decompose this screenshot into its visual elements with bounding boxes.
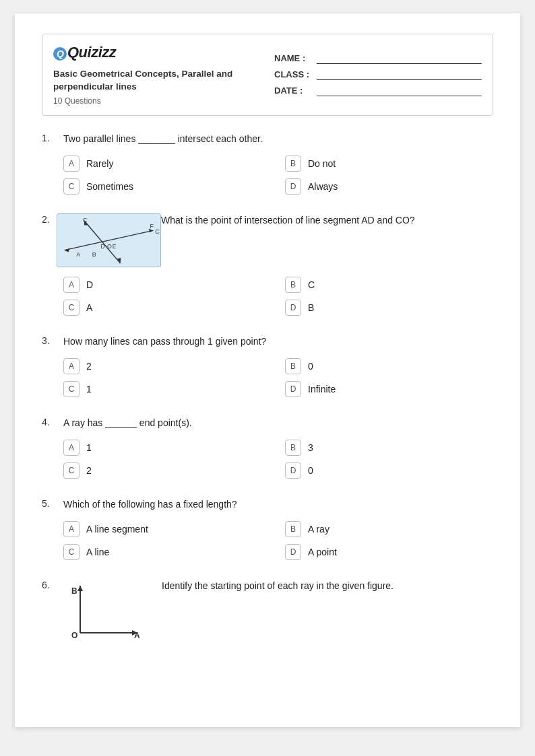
option-5d: D A point xyxy=(285,544,493,560)
option-text-2a: D xyxy=(86,279,93,290)
option-text-3b: 0 xyxy=(308,361,313,372)
q-icon: Q xyxy=(53,47,67,61)
option-text-3d: Infinite xyxy=(308,384,336,394)
quizizz-logo: QQuizizz xyxy=(53,44,261,61)
questions-count: 10 Questions xyxy=(53,96,261,106)
class-line xyxy=(317,69,482,80)
name-field-row: NAME : xyxy=(274,53,482,64)
question-3: 3. How many lines can pass through 1 giv… xyxy=(42,335,493,397)
question-1: 1. Two parallel lines _______ intersect … xyxy=(42,132,493,195)
question-2-num: 2. xyxy=(42,213,57,225)
option-4d: D 0 xyxy=(285,462,493,479)
class-label: CLASS : xyxy=(274,69,311,79)
name-label: NAME : xyxy=(274,53,311,63)
question-1-text: Two parallel lines _______ intersect eac… xyxy=(63,132,493,146)
svg-text:O: O xyxy=(71,631,77,640)
option-text-3a: 2 xyxy=(86,361,92,372)
option-3d: D Infinite xyxy=(285,381,493,397)
option-2d: D B xyxy=(285,300,493,316)
question-2-text: What is the point of intersection of lin… xyxy=(161,213,493,228)
question-5: 5. Which of the following has a fixed le… xyxy=(42,497,493,560)
question-4-num: 4. xyxy=(42,416,57,427)
header-left: QQuizizz Basic Geometrical Concepts, Par… xyxy=(53,44,274,106)
logo-q: QQuizizz xyxy=(53,44,116,61)
option-letter-1b: B xyxy=(285,156,301,172)
date-line xyxy=(317,85,482,96)
option-4c: C 2 xyxy=(63,462,272,479)
option-1d: D Always xyxy=(285,178,493,195)
option-letter-4a: A xyxy=(63,440,80,456)
question-4-options: A 1 B 3 C 2 D 0 xyxy=(63,440,493,479)
question-2-row: 2. F C A B D xyxy=(42,213,493,267)
option-letter-2a: A xyxy=(63,277,80,293)
svg-marker-16 xyxy=(77,586,83,591)
question-5-text: Which of the following has a fixed lengt… xyxy=(63,497,493,512)
option-letter-2d: D xyxy=(285,300,301,316)
option-text-3c: 1 xyxy=(86,384,92,394)
question-1-num: 1. xyxy=(42,132,57,143)
option-3b: B 0 xyxy=(285,358,493,374)
svg-text:C: C xyxy=(155,228,159,235)
option-text-4d: 0 xyxy=(308,465,313,476)
logo-wordmark: Quizizz xyxy=(67,44,116,61)
question-2-diagram: F C A B D O E C xyxy=(57,213,161,267)
question-3-options: A 2 B 0 C 1 D Infinite xyxy=(63,358,493,397)
option-letter-4d: D xyxy=(285,462,301,479)
option-4a: A 1 xyxy=(63,440,272,456)
option-letter-5d: D xyxy=(285,544,301,560)
svg-text:O: O xyxy=(107,242,112,249)
option-text-4a: 1 xyxy=(86,442,92,453)
svg-text:F: F xyxy=(150,223,153,230)
question-2: 2. F C A B D xyxy=(42,213,493,316)
option-letter-1c: C xyxy=(63,178,80,195)
option-text-2d: B xyxy=(308,302,314,313)
svg-text:B: B xyxy=(92,251,96,258)
option-letter-1a: A xyxy=(63,156,80,172)
option-letter-3b: B xyxy=(285,358,301,374)
option-letter-3c: C xyxy=(63,381,80,397)
option-5b: B A ray xyxy=(285,521,493,537)
diagram-6-svg: B O A xyxy=(57,579,151,640)
option-text-5b: A ray xyxy=(308,524,329,535)
question-3-text: How many lines can pass through 1 given … xyxy=(63,335,493,349)
subtitle: Basic Geometrical Concepts, Parallel and… xyxy=(53,68,261,94)
question-4-text: A ray has ______ end point(s). xyxy=(63,416,493,430)
svg-text:A: A xyxy=(134,631,140,640)
question-5-num: 5. xyxy=(42,497,57,509)
question-5-options: A A line segment B A ray C A line D A po… xyxy=(63,521,493,560)
svg-text:E: E xyxy=(113,242,117,249)
option-text-2c: A xyxy=(86,302,92,313)
svg-text:D: D xyxy=(100,242,104,249)
question-6-diagram: B O A xyxy=(57,579,151,640)
question-5-row: 5. Which of the following has a fixed le… xyxy=(42,497,493,512)
option-5a: A A line segment xyxy=(63,521,272,537)
header-right: NAME : CLASS : DATE : xyxy=(274,44,482,106)
option-1b: B Do not xyxy=(285,156,493,172)
option-letter-2b: B xyxy=(285,277,301,293)
option-text-2b: C xyxy=(308,279,315,290)
question-1-row: 1. Two parallel lines _______ intersect … xyxy=(42,132,493,146)
option-1c: C Sometimes xyxy=(63,178,272,195)
option-letter-5a: A xyxy=(63,521,80,537)
option-2a: A D xyxy=(63,277,272,293)
option-4b: B 3 xyxy=(285,440,493,456)
option-text-5c: A line xyxy=(86,547,109,557)
option-1a: A Rarely xyxy=(63,156,272,172)
option-letter-3d: D xyxy=(285,381,301,397)
question-6-num: 6. xyxy=(42,579,57,590)
option-2b: B C xyxy=(285,277,493,293)
option-text-1c: Sometimes xyxy=(86,181,133,192)
option-letter-2c: C xyxy=(63,300,80,316)
option-5c: C A line xyxy=(63,544,272,560)
option-letter-1d: D xyxy=(285,178,301,195)
question-2-options: A D B C C A D B xyxy=(63,277,493,316)
svg-text:C: C xyxy=(83,216,87,223)
diagram-2-svg: F C A B D O E C xyxy=(57,214,160,267)
option-letter-5c: C xyxy=(63,544,80,560)
option-letter-4c: C xyxy=(63,462,80,479)
option-text-4b: 3 xyxy=(308,442,313,453)
question-1-options: A Rarely B Do not C Sometimes D Always xyxy=(63,156,493,195)
question-6: 6. B O A Id xyxy=(42,579,493,640)
option-letter-3a: A xyxy=(63,358,80,374)
name-line xyxy=(317,53,482,64)
